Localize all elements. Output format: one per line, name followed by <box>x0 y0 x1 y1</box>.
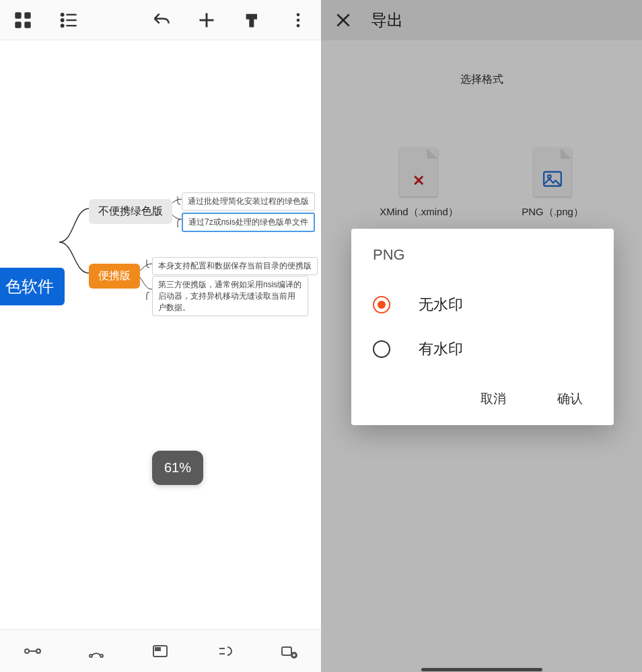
svg-point-13 <box>297 18 300 22</box>
sub-node-2-1[interactable]: 本身支持配置和数据保存当前目录的便携版 <box>152 257 318 275</box>
svg-rect-23 <box>155 648 160 650</box>
note-icon[interactable] <box>149 640 171 662</box>
root-node[interactable]: 色软件 <box>0 268 65 305</box>
option-no-watermark[interactable]: 无水印 <box>373 283 592 327</box>
undo-icon[interactable] <box>151 11 170 30</box>
svg-rect-26 <box>282 647 291 655</box>
radio-icon <box>373 296 390 313</box>
editor-pane: 色软件 不便携绿色版 通过批处理简化安装过程的绿色版 通过7z或nsis处理的绿… <box>0 0 321 672</box>
radio-label: 无水印 <box>419 295 463 315</box>
svg-point-6 <box>61 19 64 22</box>
dialog-title: PNG <box>373 246 592 264</box>
nav-bar-indicator <box>321 668 642 672</box>
branch-node-2[interactable]: 便携版 <box>89 264 140 289</box>
svg-point-15 <box>25 649 29 653</box>
format-icon[interactable] <box>243 11 262 30</box>
dialog-actions: 取消 确认 <box>373 385 592 413</box>
add-sibling-icon[interactable] <box>85 640 107 662</box>
top-toolbar <box>0 0 321 40</box>
add-icon[interactable] <box>197 11 216 30</box>
sub-node-2-2[interactable]: 第三方便携版，通常例如采用nsis编译的启动器，支持异机移动无缝读取当前用户数据… <box>152 276 308 316</box>
add-sub-icon[interactable] <box>22 640 43 662</box>
radio-icon <box>373 340 390 358</box>
svg-point-20 <box>90 655 92 657</box>
svg-rect-0 <box>15 12 21 18</box>
more-icon[interactable] <box>289 11 308 30</box>
confirm-button[interactable]: 确认 <box>552 385 588 413</box>
svg-point-14 <box>297 24 300 27</box>
svg-point-12 <box>297 13 300 16</box>
bottom-toolbar <box>0 629 321 672</box>
fold-icon[interactable] <box>214 640 236 662</box>
mindmap-canvas[interactable]: 色软件 不便携绿色版 通过批处理简化安装过程的绿色版 通过7z或nsis处理的绿… <box>0 40 321 629</box>
svg-point-4 <box>61 13 64 16</box>
svg-rect-2 <box>15 22 21 28</box>
svg-rect-1 <box>24 12 30 18</box>
sub-node-1-2[interactable]: 通过7z或nsis处理的绿色版单文件 <box>182 213 315 232</box>
branch-node-1[interactable]: 不便携绿色版 <box>89 199 172 224</box>
option-watermark[interactable]: 有水印 <box>373 327 592 371</box>
png-options-dialog: PNG 无水印 有水印 取消 确认 <box>351 229 614 425</box>
zoom-indicator: 61% <box>152 451 203 485</box>
export-pane: 导出 选择格式 ✕ XMind（.xmind） PNG（.png） <box>321 0 642 672</box>
cancel-button[interactable]: 取消 <box>475 385 511 413</box>
sub-node-1-1[interactable]: 通过批处理简化安装过程的绿色版 <box>182 192 315 211</box>
outline-view-icon[interactable] <box>59 11 78 30</box>
grid-view-icon[interactable] <box>13 11 32 30</box>
add-node-icon[interactable] <box>278 640 299 662</box>
radio-label: 有水印 <box>419 339 463 359</box>
svg-point-21 <box>100 655 103 657</box>
svg-point-8 <box>61 24 64 27</box>
connector-lines <box>0 40 321 629</box>
svg-rect-3 <box>24 22 30 28</box>
